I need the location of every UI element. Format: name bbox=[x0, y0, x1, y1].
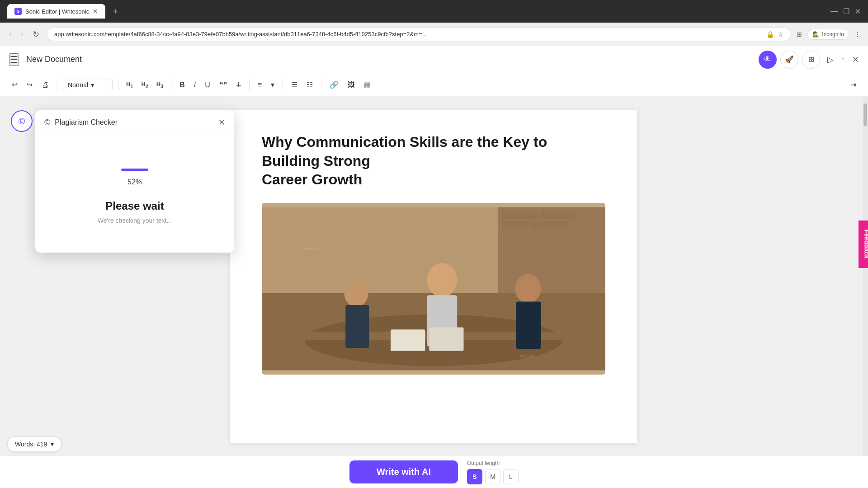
align-left-button[interactable]: ≡ bbox=[255, 79, 264, 91]
panel-close-button[interactable]: ✕ bbox=[218, 117, 225, 127]
svg-rect-4 bbox=[502, 211, 537, 219]
tab-close-button[interactable]: ✕ bbox=[93, 8, 98, 15]
toolbar-center: 👁 🚀 ⊞ bbox=[759, 51, 820, 69]
bold-button[interactable]: B bbox=[177, 79, 188, 91]
new-tab-button[interactable]: + bbox=[109, 5, 122, 19]
word-count-label: Words: 419 bbox=[15, 441, 47, 448]
size-l-button[interactable]: L bbox=[503, 469, 519, 484]
panel-plagiarism-icon: © bbox=[44, 118, 50, 127]
svg-rect-16 bbox=[391, 329, 425, 351]
strikethrough-button[interactable]: T̶ bbox=[234, 79, 244, 91]
meeting-image-svg: freepik freepik bbox=[262, 203, 605, 375]
format-toolbar: ↩ ↪ 🖨 Normal ▾ H1 H2 H3 B I U ❝❞ T̶ ≡ ▾ … bbox=[0, 73, 868, 97]
grid-icon: ⊞ bbox=[808, 55, 814, 64]
address-bar-right: ⊞ 🕵 Incognito ⋮ bbox=[797, 29, 861, 40]
app-toolbar: ☰ New Document 👁 🚀 ⊞ ▷ ↑ ✕ bbox=[0, 46, 868, 73]
separator-6 bbox=[321, 80, 321, 90]
ordered-list-button[interactable]: ☷ bbox=[304, 79, 316, 91]
feedback-tab[interactable]: Feedback bbox=[859, 221, 868, 268]
table-button[interactable]: ▦ bbox=[361, 79, 373, 91]
link-button[interactable]: 🔗 bbox=[327, 79, 341, 91]
bullet-list-button[interactable]: ☰ bbox=[288, 79, 300, 91]
forward-button[interactable]: › bbox=[19, 28, 25, 41]
dropdown-chevron-icon: ▾ bbox=[91, 81, 94, 89]
maximize-button[interactable]: ❐ bbox=[843, 7, 849, 16]
plagiarism-icon-button[interactable]: © bbox=[11, 110, 33, 132]
left-sidebar: © bbox=[11, 110, 33, 132]
style-dropdown[interactable]: Normal ▾ bbox=[63, 79, 113, 91]
rocket-button[interactable]: 🚀 bbox=[780, 51, 798, 69]
extensions-icon[interactable]: ⊞ bbox=[797, 31, 802, 38]
grid-button[interactable]: ⊞ bbox=[802, 51, 820, 69]
indent-button[interactable]: ⇥ bbox=[848, 79, 859, 91]
svg-text:freepik: freepik bbox=[519, 353, 535, 358]
minimize-button[interactable]: — bbox=[830, 7, 838, 16]
svg-rect-6 bbox=[502, 221, 528, 229]
url-icons: 🔒 ☆ bbox=[766, 31, 783, 38]
h3-button[interactable]: H3 bbox=[154, 79, 165, 91]
write-with-ai-button[interactable]: Write with AI bbox=[349, 460, 458, 483]
h2-button[interactable]: H2 bbox=[139, 79, 150, 91]
incognito-label: Incognito bbox=[822, 31, 844, 38]
close-editor-button[interactable]: ✕ bbox=[852, 55, 859, 65]
svg-point-12 bbox=[344, 279, 368, 307]
word-count-button[interactable]: Words: 419 ▾ bbox=[7, 436, 61, 452]
window-controls: — ❐ ✕ bbox=[830, 7, 861, 16]
size-s-button[interactable]: S bbox=[467, 469, 482, 484]
svg-rect-15 bbox=[516, 301, 541, 349]
size-buttons: S M L bbox=[467, 469, 519, 484]
print-button[interactable]: 🖨 bbox=[39, 79, 52, 91]
document-title[interactable]: New Document bbox=[26, 55, 751, 64]
browser-tab[interactable]: S Sonic Editor | Writesonic ✕ bbox=[7, 4, 105, 19]
svg-rect-13 bbox=[345, 305, 369, 348]
incognito-badge: 🕵 Incognito bbox=[807, 29, 849, 40]
toolbar-right: ▷ ↑ ✕ bbox=[827, 55, 859, 65]
play-button[interactable]: ▷ bbox=[827, 55, 834, 65]
svg-point-14 bbox=[515, 274, 541, 303]
browser-chrome: S Sonic Editor | Writesonic ✕ + — ❐ ✕ bbox=[0, 0, 868, 23]
share-button[interactable]: ↑ bbox=[841, 55, 845, 64]
progress-bar bbox=[121, 169, 148, 171]
article-image: freepik freepik bbox=[262, 203, 605, 375]
refresh-button[interactable]: ↻ bbox=[31, 28, 41, 41]
close-window-button[interactable]: ✕ bbox=[855, 7, 861, 16]
underline-button[interactable]: U bbox=[202, 79, 213, 91]
output-length-label: Output length bbox=[467, 460, 519, 466]
main-area: © ⊙ Words: 419 ▾ Why Communication Skill… bbox=[0, 97, 868, 488]
star-icon: ☆ bbox=[778, 31, 783, 38]
feedback-label: Feedback bbox=[863, 230, 868, 259]
separator-2 bbox=[118, 80, 118, 90]
h1-button[interactable]: H1 bbox=[124, 79, 135, 91]
redo-button[interactable]: ↪ bbox=[24, 79, 35, 91]
size-m-button[interactable]: M bbox=[485, 469, 500, 484]
svg-point-10 bbox=[427, 263, 458, 297]
align-dropdown-button[interactable]: ▾ bbox=[268, 79, 277, 91]
scrollbar[interactable] bbox=[863, 97, 868, 488]
panel-title: Plagiarism Checker bbox=[55, 118, 218, 127]
article-title[interactable]: Why Communication Skills are the Key to … bbox=[262, 133, 605, 189]
address-bar: ‹ › ↻ app.writesonic.com/template/4af66c… bbox=[0, 23, 868, 46]
url-text: app.writesonic.com/template/4af66c88-34c… bbox=[54, 31, 763, 38]
back-button[interactable]: ‹ bbox=[7, 28, 14, 41]
image-button[interactable]: 🖼 bbox=[345, 79, 358, 91]
eye-button[interactable]: 👁 bbox=[759, 51, 777, 69]
shield-icon: 🔒 bbox=[766, 31, 774, 38]
progress-percentage: 52% bbox=[127, 178, 142, 186]
svg-rect-5 bbox=[541, 211, 576, 219]
url-bar[interactable]: app.writesonic.com/template/4af66c88-34c… bbox=[47, 28, 791, 41]
italic-button[interactable]: I bbox=[191, 79, 198, 91]
panel-header: © Plagiarism Checker ✕ bbox=[35, 110, 234, 135]
separator-5 bbox=[283, 80, 283, 90]
tab-title: Sonic Editor | Writesonic bbox=[25, 8, 89, 15]
hamburger-button[interactable]: ☰ bbox=[9, 53, 19, 66]
incognito-icon: 🕵 bbox=[812, 31, 819, 38]
word-count-dropdown-icon: ▾ bbox=[51, 441, 54, 448]
scroll-thumb[interactable] bbox=[863, 103, 867, 126]
menu-icon[interactable]: ⋮ bbox=[854, 31, 861, 38]
quote-button[interactable]: ❝❞ bbox=[217, 79, 230, 91]
please-wait-text: Please wait bbox=[105, 200, 164, 212]
editor-page[interactable]: Why Communication Skills are the Key to … bbox=[230, 110, 637, 443]
separator-3 bbox=[171, 80, 171, 90]
undo-button[interactable]: ↩ bbox=[9, 79, 20, 91]
svg-text:freepik: freepik bbox=[305, 245, 320, 251]
